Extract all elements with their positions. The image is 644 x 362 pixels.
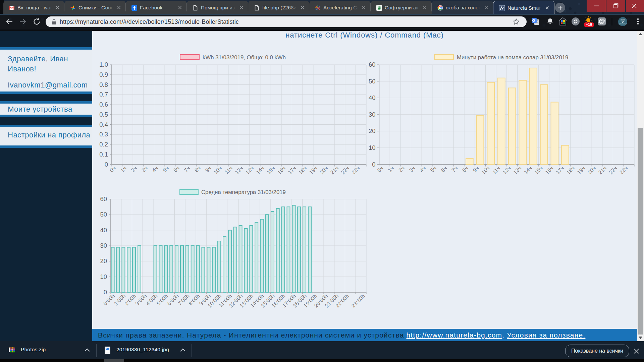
svg-text:50: 50: [369, 78, 376, 85]
svg-text:20: 20: [369, 127, 376, 134]
svg-text:50: 50: [100, 211, 107, 218]
svg-text:17ч: 17ч: [555, 165, 565, 176]
svg-text:23ч: 23ч: [619, 165, 629, 176]
svg-text:0: 0: [372, 161, 375, 168]
svg-text:22ч: 22ч: [608, 165, 618, 176]
svg-text:40: 40: [100, 227, 107, 234]
svg-text:3ч: 3ч: [408, 165, 416, 173]
svg-text:8ч: 8ч: [194, 165, 202, 173]
svg-text:2ч: 2ч: [397, 165, 406, 173]
svg-text:3ч: 3ч: [141, 165, 149, 173]
svg-text:14ч: 14ч: [255, 165, 265, 176]
svg-text:19ч: 19ч: [308, 165, 319, 176]
svg-text:0.5: 0.5: [99, 111, 108, 118]
svg-text:18ч: 18ч: [566, 165, 576, 176]
svg-text:6ч: 6ч: [440, 165, 448, 173]
svg-text:17ч: 17ч: [287, 165, 297, 176]
svg-text:60: 60: [100, 195, 107, 202]
svg-text:15ч: 15ч: [533, 165, 544, 176]
svg-text:23:30h: 23:30h: [351, 293, 366, 309]
svg-text:0: 0: [104, 289, 107, 296]
svg-text:Минути работа на помпа солар 3: Минути работа на помпа солар 31/03/2019: [457, 54, 568, 61]
svg-text:1.0: 1.0: [99, 61, 108, 68]
svg-text:3:00h: 3:00h: [134, 293, 148, 306]
svg-text:21ч: 21ч: [329, 165, 340, 176]
svg-text:60: 60: [369, 61, 376, 68]
svg-text:10ч: 10ч: [480, 165, 491, 176]
svg-text:12ч: 12ч: [234, 165, 244, 176]
svg-text:13ч: 13ч: [245, 165, 255, 176]
svg-text:1ч: 1ч: [119, 165, 127, 173]
svg-text:15ч: 15ч: [266, 165, 276, 176]
svg-text:1:00h: 1:00h: [113, 293, 126, 306]
svg-text:22ч: 22ч: [340, 165, 350, 176]
svg-text:4ч: 4ч: [419, 165, 427, 173]
svg-text:1ч: 1ч: [387, 165, 395, 173]
svg-text:21ч: 21ч: [597, 165, 608, 176]
svg-text:6ч: 6ч: [172, 165, 180, 173]
svg-text:12ч: 12ч: [501, 165, 512, 176]
svg-text:4:00h: 4:00h: [145, 293, 158, 306]
svg-text:6:00h: 6:00h: [166, 293, 179, 306]
svg-text:2ч: 2ч: [130, 165, 138, 173]
svg-text:2:00h: 2:00h: [123, 293, 137, 306]
svg-text:20ч: 20ч: [319, 165, 329, 176]
svg-text:0: 0: [105, 161, 108, 168]
svg-text:0ч: 0ч: [109, 165, 117, 173]
svg-text:0.6: 0.6: [99, 101, 108, 108]
svg-text:23ч: 23ч: [351, 165, 361, 176]
svg-text:7ч: 7ч: [450, 165, 459, 173]
svg-text:20: 20: [100, 257, 107, 264]
svg-text:18ч: 18ч: [298, 165, 308, 176]
svg-text:9ч: 9ч: [204, 165, 212, 173]
svg-text:13ч: 13ч: [512, 165, 523, 176]
svg-text:Средна температура 31/03/2019: Средна температура 31/03/2019: [201, 189, 286, 195]
svg-text:9ч: 9ч: [472, 165, 480, 173]
svg-text:11ч: 11ч: [223, 165, 233, 175]
svg-text:20ч: 20ч: [587, 165, 597, 176]
svg-text:7ч: 7ч: [183, 165, 191, 173]
svg-text:0.3: 0.3: [99, 131, 108, 138]
svg-text:0.7: 0.7: [99, 91, 108, 98]
svg-text:10: 10: [369, 144, 376, 151]
svg-text:0.4: 0.4: [99, 121, 108, 128]
svg-text:4ч: 4ч: [151, 165, 159, 173]
svg-text:8ч: 8ч: [461, 165, 469, 173]
svg-text:0.2: 0.2: [99, 141, 108, 148]
svg-text:8:00h: 8:00h: [187, 293, 201, 306]
svg-text:5ч: 5ч: [429, 165, 437, 173]
svg-text:5:00h: 5:00h: [156, 293, 169, 306]
svg-text:0.9: 0.9: [99, 71, 108, 78]
svg-text:7:00h: 7:00h: [177, 293, 190, 306]
svg-text:5ч: 5ч: [162, 165, 170, 173]
svg-text:0.8: 0.8: [99, 81, 108, 88]
svg-text:10: 10: [100, 273, 107, 280]
svg-text:14ч: 14ч: [523, 165, 533, 176]
svg-text:10ч: 10ч: [213, 165, 223, 176]
svg-text:16ч: 16ч: [276, 165, 287, 176]
svg-text:0ч: 0ч: [376, 165, 384, 173]
svg-text:0.1: 0.1: [99, 151, 108, 158]
svg-text:40: 40: [369, 94, 376, 101]
svg-text:19ч: 19ч: [576, 165, 586, 176]
svg-text:11ч: 11ч: [491, 165, 501, 175]
svg-text:30: 30: [369, 111, 376, 118]
svg-text:kWh 31/03/2019, Общо: 0.0 kWh: kWh 31/03/2019, Общо: 0.0 kWh: [203, 54, 286, 61]
svg-text:30: 30: [100, 242, 107, 249]
svg-text:16ч: 16ч: [544, 165, 554, 176]
